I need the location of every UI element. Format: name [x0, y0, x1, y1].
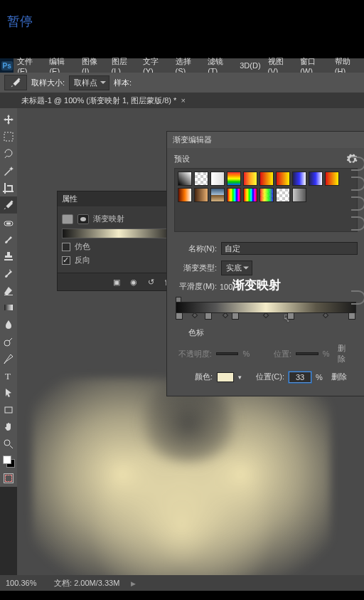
presets-label: 预设: [174, 154, 190, 165]
color-position-label: 位置(C):: [246, 372, 284, 382]
opacity-input[interactable]: [216, 352, 239, 355]
ps-logo: Ps: [0, 58, 14, 73]
preset-swatch[interactable]: [194, 188, 208, 202]
preset-swatch[interactable]: [292, 188, 306, 202]
color-stop[interactable]: [232, 312, 239, 320]
preset-swatch[interactable]: [259, 172, 274, 186]
color-swatch[interactable]: [217, 372, 234, 382]
midpoint-marker[interactable]: [191, 312, 197, 318]
toggle-visibility-icon[interactable]: ◉: [127, 276, 140, 288]
gradient-ramp-area: ☟: [167, 302, 364, 317]
partial-button[interactable]: [351, 177, 364, 191]
preset-swatch[interactable]: [210, 188, 225, 202]
opacity-position-unit: %: [323, 349, 330, 358]
partial-button[interactable]: [351, 196, 364, 211]
color-stop[interactable]: [287, 312, 294, 320]
tool-palette: T: [0, 108, 17, 487]
preset-swatch[interactable]: [227, 172, 241, 186]
preset-swatch[interactable]: [259, 188, 274, 202]
opacity-position-input[interactable]: [296, 352, 318, 355]
tool-spot-heal[interactable]: [0, 214, 17, 231]
name-input[interactable]: [221, 242, 358, 255]
tool-stamp[interactable]: [0, 248, 17, 265]
dither-checkbox[interactable]: [62, 243, 70, 251]
tool-dodge[interactable]: [0, 333, 17, 350]
tab-close-icon[interactable]: ×: [181, 96, 185, 105]
menu-3d[interactable]: 3D(D): [236, 61, 264, 70]
gradient-ramp[interactable]: ☟: [176, 302, 356, 313]
color-stop[interactable]: [176, 312, 183, 320]
preset-swatch[interactable]: [276, 188, 290, 202]
preset-swatch[interactable]: [325, 172, 339, 186]
properties-panel[interactable]: 属性 渐变映射 仿色 反向 ▣ ◉ ↺ 🗑: [57, 191, 179, 291]
dither-label: 仿色: [75, 241, 90, 252]
foreground-color-swatch[interactable]: [3, 456, 11, 464]
tool-blur[interactable]: [0, 316, 17, 333]
opacity-delete-button[interactable]: 删除: [333, 342, 358, 365]
tool-move[interactable]: [0, 111, 17, 128]
tool-wand[interactable]: [0, 162, 17, 179]
preset-swatch[interactable]: [243, 188, 257, 202]
type-label: 渐变类型:: [174, 263, 217, 273]
tool-eraser[interactable]: [0, 282, 17, 299]
tool-type[interactable]: T: [0, 367, 17, 384]
adjustment-layer-icon: [62, 214, 73, 224]
tool-colors[interactable]: [0, 453, 17, 470]
tool-gradient[interactable]: [0, 299, 17, 316]
tool-lasso[interactable]: [0, 145, 17, 162]
sample-label: 样本:: [114, 78, 132, 88]
photoshop-window: Ps 文件(F) 编辑(E) 图像(I) 图层(L) 文字(Y) 选择(S) 滤…: [0, 58, 364, 591]
smoothness-value[interactable]: 100: [220, 283, 232, 291]
eyedropper-icon: [10, 77, 21, 88]
preset-swatch[interactable]: [292, 172, 306, 186]
gradient-preview[interactable]: [62, 228, 176, 238]
smoothness-label: 平滑度(M):: [174, 281, 217, 292]
preset-swatch[interactable]: [309, 172, 323, 186]
tool-crop[interactable]: [0, 179, 17, 196]
tool-history-brush[interactable]: [0, 265, 17, 282]
color-stop[interactable]: [205, 312, 212, 320]
tool-hand[interactable]: [0, 419, 17, 436]
midpoint-marker[interactable]: [222, 312, 228, 318]
reverse-checkbox[interactable]: [62, 256, 70, 265]
sample-size-select[interactable]: 取样点: [69, 75, 109, 90]
doc-size-label: 文档:: [54, 579, 72, 587]
tool-eyedropper[interactable]: [0, 196, 17, 214]
partial-button[interactable]: [351, 157, 364, 171]
tool-quickmask[interactable]: [0, 470, 17, 487]
partial-button[interactable]: [351, 216, 364, 231]
midpoint-marker[interactable]: [322, 312, 328, 318]
tool-pen[interactable]: [0, 350, 17, 367]
preset-swatch[interactable]: [243, 172, 257, 186]
tool-zoom[interactable]: [0, 436, 17, 453]
preset-swatch[interactable]: [210, 172, 225, 186]
preset-grid: [174, 168, 358, 232]
name-label: 名称(N):: [174, 243, 217, 254]
type-select[interactable]: 实底: [221, 260, 252, 275]
midpoint-marker[interactable]: [263, 312, 269, 318]
tool-marquee[interactable]: [0, 128, 17, 145]
color-position-input[interactable]: 33: [289, 372, 311, 383]
svg-rect-6: [5, 407, 12, 413]
preset-swatch[interactable]: [194, 172, 208, 186]
gradient-editor-dialog[interactable]: 渐变编辑器 预设: [166, 131, 364, 396]
color-stop[interactable]: [348, 312, 355, 320]
status-menu-chevron-icon[interactable]: [128, 579, 139, 587]
tool-path-select[interactable]: [0, 384, 17, 401]
preset-swatch[interactable]: [227, 188, 241, 202]
partial-button[interactable]: [351, 290, 364, 305]
video-pause-overlay[interactable]: 暂停: [7, 13, 33, 30]
preset-swatch[interactable]: [178, 188, 192, 202]
color-delete-button[interactable]: 删除: [327, 371, 351, 383]
tool-indicator[interactable]: [4, 75, 27, 90]
zoom-level[interactable]: 100.36%: [6, 579, 46, 587]
tool-brush[interactable]: [0, 231, 17, 248]
properties-title: 属性: [58, 191, 178, 206]
reset-icon[interactable]: ↺: [144, 276, 157, 288]
tool-rectangle[interactable]: [0, 401, 17, 419]
menu-bar: Ps 文件(F) 编辑(E) 图像(I) 图层(L) 文字(Y) 选择(S) 滤…: [0, 58, 364, 73]
clip-to-layer-icon[interactable]: ▣: [110, 276, 123, 288]
preset-swatch[interactable]: [276, 172, 290, 186]
document-tab[interactable]: 未标题-1 @ 100% (渐变映射 1, 图层蒙版/8) * ×: [0, 93, 364, 108]
preset-swatch[interactable]: [178, 172, 192, 186]
